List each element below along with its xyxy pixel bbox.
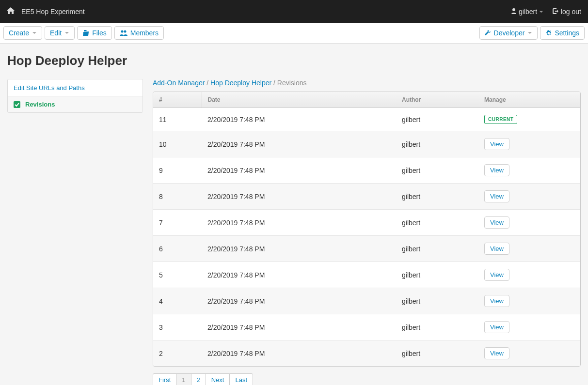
edit-menu[interactable]: Edit [45, 26, 75, 40]
view-button[interactable]: View [484, 347, 509, 359]
breadcrumb: Add-On Manager / Hop Deeploy Helper / Re… [153, 79, 581, 87]
cell-number: 4 [153, 288, 202, 314]
table-row: 32/20/2019 7:48 PMgilbertView [153, 314, 580, 340]
table-row: 22/20/2019 7:48 PMgilbertView [153, 340, 580, 367]
page-title: Hop Deeploy Helper [7, 53, 581, 68]
view-button[interactable]: View [484, 243, 509, 255]
settings-button[interactable]: Settings [540, 26, 585, 40]
cell-author: gilbert [396, 157, 478, 184]
table-header-row: # Date Author Manage [153, 92, 580, 108]
pagination: First 1 2 Next Last [153, 373, 581, 385]
cell-number: 10 [153, 131, 202, 157]
sidebar-header: Edit Site URLs and Paths [8, 79, 143, 96]
cell-manage: View [478, 210, 580, 236]
home-icon[interactable] [7, 7, 15, 15]
cell-date: 2/20/2019 7:48 PM [202, 184, 396, 210]
cell-manage: View [478, 157, 580, 184]
members-button[interactable]: Members [114, 26, 164, 40]
breadcrumb-sep: / [205, 79, 210, 87]
table-row: 92/20/2019 7:48 PMgilbertView [153, 157, 580, 184]
cell-author: gilbert [396, 236, 478, 262]
chevron-down-icon [527, 31, 532, 35]
cell-author: gilbert [396, 340, 478, 367]
breadcrumb-hop-helper[interactable]: Hop Deeploy Helper [210, 79, 271, 87]
user-menu[interactable]: gilbert [511, 8, 543, 15]
cell-author: gilbert [396, 210, 478, 236]
cell-manage: View [478, 314, 580, 340]
page-last[interactable]: Last [229, 373, 253, 385]
files-label: Files [92, 29, 107, 37]
topbar: EE5 Hop Experiment gilbert log out [0, 0, 588, 23]
cell-manage: View [478, 184, 580, 210]
chevron-down-icon [539, 10, 543, 14]
cell-number: 9 [153, 157, 202, 184]
cell-date: 2/20/2019 7:48 PM [202, 262, 396, 288]
cell-manage: View [478, 131, 580, 157]
files-button[interactable]: Files [77, 26, 112, 40]
site-name-link[interactable]: EE5 Hop Experiment [21, 8, 85, 15]
check-square-icon [14, 101, 20, 108]
view-button[interactable]: View [484, 190, 509, 202]
cell-author: gilbert [396, 108, 478, 131]
table-row: 62/20/2019 7:48 PMgilbertView [153, 236, 580, 262]
svg-point-0 [512, 8, 515, 11]
view-button[interactable]: View [484, 164, 509, 176]
edit-site-urls-link[interactable]: Edit Site URLs and Paths [14, 84, 85, 92]
cell-number: 5 [153, 262, 202, 288]
breadcrumb-sep: / [271, 79, 277, 87]
svg-point-2 [124, 31, 126, 33]
toolbar: Create Edit Files Members Developer Sett… [0, 23, 588, 44]
developer-menu[interactable]: Developer [479, 26, 538, 40]
cell-number: 7 [153, 210, 202, 236]
view-button[interactable]: View [484, 216, 509, 229]
edit-label: Edit [50, 29, 62, 37]
files-icon [82, 30, 89, 36]
view-button[interactable]: View [484, 295, 509, 307]
create-label: Create [9, 29, 29, 37]
col-number[interactable]: # [153, 92, 202, 108]
cell-manage: View [478, 236, 580, 262]
col-date[interactable]: Date [202, 92, 396, 108]
cell-date: 2/20/2019 7:48 PM [202, 210, 396, 236]
table-row: 112/20/2019 7:48 PMgilbertCURRENT [153, 108, 580, 131]
view-button[interactable]: View [484, 138, 509, 150]
user-name: gilbert [519, 8, 537, 15]
developer-label: Developer [494, 29, 525, 37]
table-row: 102/20/2019 7:48 PMgilbertView [153, 131, 580, 157]
cell-date: 2/20/2019 7:48 PM [202, 314, 396, 340]
breadcrumb-current: Revisions [277, 79, 307, 87]
cell-number: 11 [153, 108, 202, 131]
page-first[interactable]: First [153, 373, 176, 385]
logout-label: log out [561, 8, 581, 15]
cell-number: 8 [153, 184, 202, 210]
cell-manage: View [478, 262, 580, 288]
sidebar-panel: Edit Site URLs and Paths Revisions [7, 79, 143, 113]
gear-icon [545, 30, 552, 36]
table-row: 52/20/2019 7:48 PMgilbertView [153, 262, 580, 288]
table-row: 82/20/2019 7:48 PMgilbertView [153, 184, 580, 210]
page-2[interactable]: 2 [191, 373, 206, 385]
sidebar-item-revisions[interactable]: Revisions [8, 96, 143, 112]
current-badge: CURRENT [484, 115, 517, 124]
cell-author: gilbert [396, 262, 478, 288]
page-next[interactable]: Next [206, 373, 230, 385]
col-manage[interactable]: Manage [478, 92, 580, 108]
cell-date: 2/20/2019 7:48 PM [202, 108, 396, 131]
svg-point-1 [121, 31, 123, 33]
breadcrumb-addon-manager[interactable]: Add-On Manager [153, 79, 205, 87]
svg-rect-3 [14, 101, 20, 108]
logout-link[interactable]: log out [552, 8, 581, 15]
cell-author: gilbert [396, 184, 478, 210]
create-menu[interactable]: Create [3, 26, 42, 40]
view-button[interactable]: View [484, 321, 509, 333]
revisions-table: # Date Author Manage 112/20/2019 7:48 PM… [153, 92, 581, 367]
chevron-down-icon [64, 31, 69, 35]
cell-date: 2/20/2019 7:48 PM [202, 288, 396, 314]
cell-number: 6 [153, 236, 202, 262]
page-1[interactable]: 1 [176, 373, 191, 385]
view-button[interactable]: View [484, 269, 509, 281]
members-label: Members [130, 29, 159, 37]
col-author[interactable]: Author [396, 92, 478, 108]
table-row: 42/20/2019 7:48 PMgilbertView [153, 288, 580, 314]
cell-date: 2/20/2019 7:48 PM [202, 157, 396, 184]
